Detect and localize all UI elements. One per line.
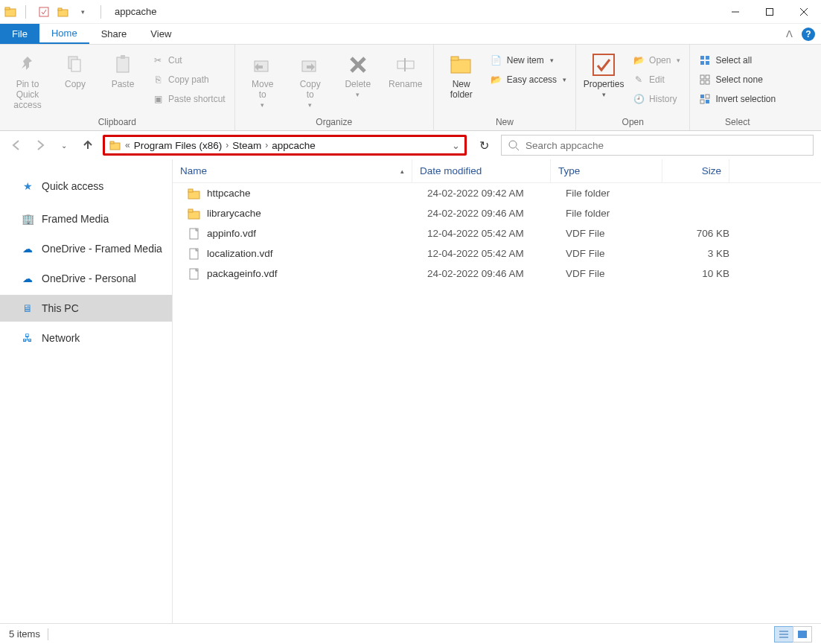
file-row[interactable]: packageinfo.vdf24-02-2022 09:46 AMVDF Fi… — [173, 264, 821, 284]
breadcrumb-overflow[interactable]: « — [125, 140, 130, 150]
chevron-right-icon[interactable]: › — [265, 140, 268, 150]
move-to-button[interactable]: Move to▾ — [241, 49, 284, 109]
svg-rect-28 — [700, 80, 704, 84]
file-type: VDF File — [558, 248, 670, 259]
column-size[interactable]: Size — [662, 159, 729, 182]
details-view-button[interactable] — [774, 626, 793, 643]
help-icon[interactable]: ? — [802, 28, 815, 41]
history-icon: 🕘 — [633, 93, 645, 105]
nav-network[interactable]: 🖧Network — [0, 325, 172, 351]
folder-icon — [188, 207, 201, 220]
svg-rect-2 — [39, 7, 48, 16]
large-icons-view-button[interactable] — [793, 626, 812, 643]
select-all-button[interactable]: Select all — [696, 52, 779, 68]
nav-framed-media[interactable]: 🏢Framed Media — [0, 205, 172, 232]
svg-rect-29 — [706, 80, 709, 84]
svg-rect-6 — [767, 8, 773, 15]
file-row[interactable]: localization.vdf12-04-2022 05:42 AMVDF F… — [173, 243, 821, 264]
qat-newfolder-icon[interactable] — [54, 4, 72, 20]
move-to-icon — [250, 52, 275, 77]
history-button[interactable]: 🕘History — [630, 91, 683, 107]
svg-rect-32 — [700, 100, 704, 103]
nav-this-pc[interactable]: 🖥This PC — [0, 295, 172, 322]
qat-properties-icon[interactable] — [35, 4, 53, 20]
paste-icon — [110, 52, 135, 77]
pin-icon — [15, 52, 40, 77]
paste-button[interactable]: Paste — [101, 49, 144, 89]
copy-button[interactable]: Copy — [54, 49, 97, 89]
edit-button[interactable]: ✎Edit — [630, 71, 683, 88]
rename-button[interactable]: Rename — [384, 49, 427, 89]
copy-path-button[interactable]: ⎘Copy path — [149, 71, 229, 88]
back-button[interactable] — [7, 136, 25, 154]
svg-rect-39 — [188, 189, 193, 192]
new-item-button[interactable]: 📄New item▾ — [488, 52, 569, 68]
search-icon — [508, 139, 520, 151]
column-type[interactable]: Type — [551, 159, 662, 182]
file-row[interactable]: appinfo.vdf12-04-2022 05:42 AMVDF File70… — [173, 223, 821, 243]
file-date: 24-02-2022 09:42 AM — [420, 188, 558, 199]
file-name: librarycache — [207, 208, 261, 219]
close-button[interactable] — [787, 0, 821, 24]
breadcrumb-item[interactable]: appcache — [272, 140, 316, 151]
copy-to-button[interactable]: Copy to▾ — [289, 49, 332, 109]
svg-rect-25 — [706, 61, 709, 65]
address-bar[interactable]: « Program Files (x86) › Steam › appcache… — [103, 135, 467, 156]
svg-rect-11 — [117, 57, 129, 72]
file-type: File folder — [558, 188, 670, 199]
tab-view[interactable]: View — [138, 24, 183, 44]
svg-rect-20 — [451, 57, 459, 60]
select-none-button[interactable]: Select none — [696, 71, 779, 88]
delete-button[interactable]: Delete▾ — [336, 49, 380, 98]
column-name[interactable]: Name▴ — [173, 159, 412, 182]
svg-rect-24 — [700, 61, 704, 65]
nav-onedrive-personal[interactable]: ☁OneDrive - Personal — [0, 265, 172, 292]
easy-access-button[interactable]: 📂Easy access▾ — [488, 71, 569, 88]
folder-app-icon — [4, 6, 16, 18]
edit-icon: ✎ — [633, 74, 645, 86]
address-dropdown-icon[interactable]: ⌄ — [452, 140, 460, 151]
rename-icon — [393, 52, 418, 77]
invert-selection-icon — [699, 93, 711, 105]
pin-to-quick-access-button[interactable]: Pin to Quick access — [6, 49, 49, 110]
chevron-right-icon[interactable]: › — [226, 140, 229, 150]
minimize-button[interactable] — [718, 0, 753, 24]
nav-quick-access[interactable]: ★Quick access — [0, 173, 172, 200]
recent-locations-button[interactable]: ⌄ — [55, 136, 73, 154]
file-row[interactable]: librarycache24-02-2022 09:46 AMFile fold… — [173, 203, 821, 223]
breadcrumb-item[interactable]: Steam — [232, 140, 261, 151]
svg-rect-22 — [700, 56, 704, 60]
select-none-icon — [699, 74, 711, 86]
collapse-ribbon-icon[interactable]: ᐱ — [786, 28, 793, 39]
new-folder-button[interactable]: New folder — [440, 49, 483, 100]
tab-share[interactable]: Share — [89, 24, 139, 44]
svg-line-37 — [516, 147, 519, 150]
ribbon: Pin to Quick access Copy Paste ✂Cut ⎘Cop… — [0, 45, 821, 131]
window-title: appcache — [115, 6, 156, 17]
nav-onedrive-framed[interactable]: ☁OneDrive - Framed Media — [0, 235, 172, 262]
tab-file[interactable]: File — [0, 24, 39, 44]
cut-button[interactable]: ✂Cut — [149, 52, 229, 68]
star-icon: ★ — [21, 179, 34, 193]
search-input[interactable] — [525, 140, 807, 151]
column-date-modified[interactable]: Date modified — [412, 159, 551, 182]
maximize-button[interactable] — [753, 0, 787, 24]
up-button[interactable] — [79, 136, 97, 154]
open-button[interactable]: 📂Open▾ — [630, 52, 683, 68]
forward-button[interactable] — [31, 136, 49, 154]
breadcrumb-item[interactable]: Program Files (x86) — [134, 140, 223, 151]
svg-point-36 — [509, 141, 517, 148]
paste-shortcut-button[interactable]: ▣Paste shortcut — [149, 91, 229, 107]
invert-selection-button[interactable]: Invert selection — [696, 91, 779, 107]
refresh-button[interactable]: ↻ — [473, 135, 495, 156]
qat-customize-icon[interactable]: ▾ — [74, 4, 92, 20]
file-row[interactable]: httpcache24-02-2022 09:42 AMFile folder — [173, 183, 821, 203]
file-date: 24-02-2022 09:46 AM — [420, 268, 558, 279]
file-size: 3 KB — [670, 248, 737, 259]
file-name: packageinfo.vdf — [207, 268, 278, 279]
tab-home[interactable]: Home — [39, 24, 89, 44]
svg-rect-41 — [188, 209, 193, 212]
search-box[interactable] — [501, 135, 814, 156]
properties-button[interactable]: Properties▾ — [582, 49, 625, 98]
path-icon: ⎘ — [152, 74, 164, 86]
